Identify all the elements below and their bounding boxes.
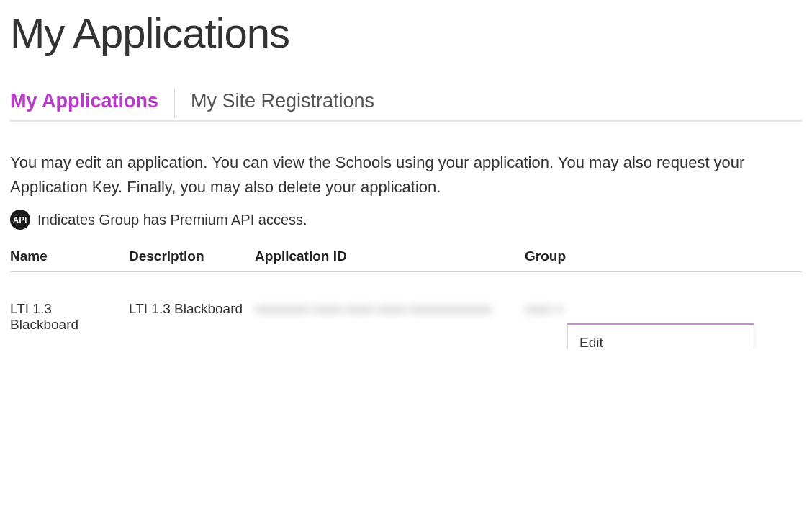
cell-name: LTI 1.3 Blackboard — [10, 272, 129, 341]
th-group: Group — [525, 244, 802, 272]
th-description: Description — [129, 244, 255, 272]
cell-description: LTI 1.3 Blackboard — [129, 272, 255, 341]
page-title: My Applications — [10, 9, 802, 57]
row-actions-menu: Edit Delete Manage Keys Manage Placement… — [567, 323, 754, 349]
cell-application-id: xxxxxxxx-xxxx-xxxx-xxxx-xxxxxxxxxxxx — [255, 272, 525, 341]
th-name: Name — [10, 244, 129, 272]
tab-my-site-registrations[interactable]: My Site Registrations — [191, 86, 374, 120]
tab-my-applications[interactable]: My Applications — [10, 86, 158, 120]
api-icon: API — [10, 210, 30, 230]
tab-divider — [174, 88, 175, 118]
tab-bar: My Applications My Site Registrations — [10, 86, 802, 122]
api-note-text: Indicates Group has Premium API access. — [37, 212, 307, 228]
api-note: API Indicates Group has Premium API acce… — [10, 210, 802, 230]
intro-text: You may edit an application. You can vie… — [10, 151, 802, 199]
menu-item-edit[interactable]: Edit — [568, 325, 754, 349]
th-application-id: Application ID — [255, 244, 525, 272]
